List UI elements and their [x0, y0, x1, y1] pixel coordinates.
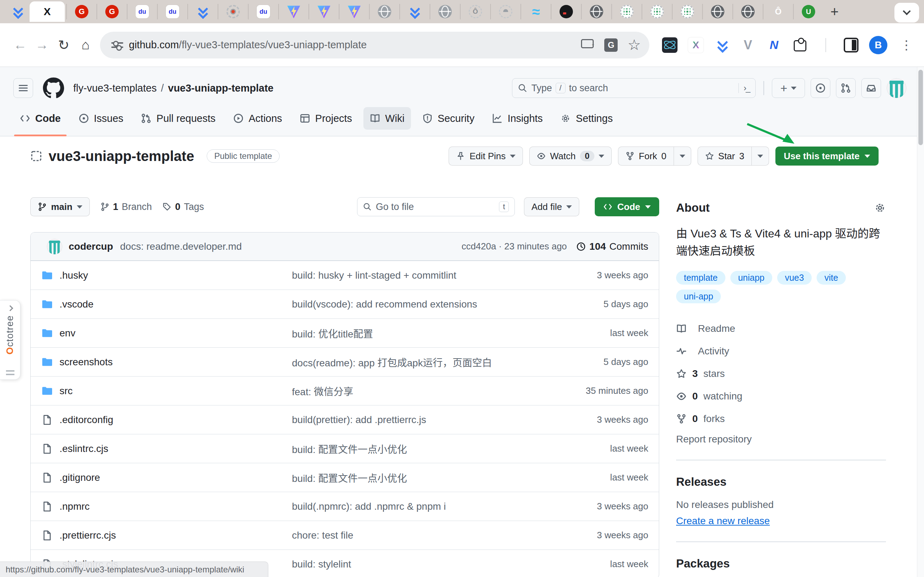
- create-new-button[interactable]: +: [772, 78, 805, 98]
- new-tab-button[interactable]: +: [823, 0, 846, 23]
- browser-tab[interactable]: [127, 4, 157, 19]
- octotree-menu-icon[interactable]: [6, 370, 14, 375]
- tab-insights[interactable]: Insights: [486, 107, 549, 130]
- file-name-link[interactable]: .gitignore: [60, 472, 100, 483]
- browser-tab[interactable]: [97, 4, 127, 19]
- browser-tab[interactable]: [187, 4, 217, 19]
- scrollbar-thumb[interactable]: [918, 70, 923, 145]
- file-name-link[interactable]: env: [60, 327, 76, 339]
- address-bar[interactable]: github.com/fly-vue3-templates/vue3-uniap…: [100, 32, 649, 58]
- table-row[interactable]: screenshots docs(readme): app 打包成apk运行，页…: [31, 347, 659, 376]
- browser-profile-avatar[interactable]: B: [869, 36, 887, 54]
- row-commit-message[interactable]: build: 优化title配置: [292, 326, 560, 340]
- table-row[interactable]: env build: 优化title配置 last week: [31, 318, 659, 347]
- browser-tab[interactable]: [309, 4, 339, 19]
- user-avatar[interactable]: [887, 78, 906, 98]
- topic-tag[interactable]: vue3: [777, 271, 812, 285]
- breadcrumb-org-link[interactable]: fly-vue3-templates: [73, 82, 157, 94]
- browser-tab[interactable]: [157, 4, 187, 19]
- commit-history-link[interactable]: 104 Commits: [576, 241, 648, 252]
- browser-tab[interactable]: [642, 4, 672, 19]
- tab-security[interactable]: Security: [416, 107, 481, 130]
- code-button[interactable]: Code: [595, 197, 659, 216]
- vue-devtools-icon[interactable]: [740, 37, 756, 53]
- browser-menu-icon[interactable]: ⋮: [900, 38, 913, 53]
- file-name-link[interactable]: src: [60, 385, 72, 396]
- forward-button[interactable]: →: [31, 34, 53, 56]
- commit-author-link[interactable]: codercup: [69, 241, 113, 252]
- active-tab[interactable]: [30, 2, 65, 22]
- tab-code[interactable]: Code: [13, 107, 67, 130]
- site-settings-icon[interactable]: [111, 39, 123, 51]
- install-app-icon[interactable]: [580, 39, 594, 51]
- tab-settings[interactable]: Settings: [554, 107, 619, 130]
- browser-tab[interactable]: [278, 4, 309, 19]
- row-commit-message[interactable]: build: 配置文件一点小优化: [292, 442, 560, 456]
- react-devtools-icon[interactable]: [662, 37, 678, 53]
- browser-tab[interactable]: [581, 4, 611, 19]
- star-button[interactable]: Star 3: [698, 147, 752, 165]
- browser-tab[interactable]: [490, 4, 520, 19]
- github-logo-icon[interactable]: [43, 77, 64, 98]
- octotree-panel[interactable]: Octotree: [0, 300, 21, 380]
- browser-tab[interactable]: [611, 4, 642, 19]
- browser-tab[interactable]: [763, 4, 793, 19]
- breadcrumb-repo-link[interactable]: vue3-uniapp-template: [168, 82, 274, 94]
- juejin-extension-icon[interactable]: [714, 37, 729, 53]
- side-panel-icon[interactable]: [844, 38, 858, 53]
- star-dropdown[interactable]: [752, 147, 769, 165]
- url-text[interactable]: github.com/fly-vue3-templates/vue3-uniap…: [129, 39, 575, 51]
- commit-message-link[interactable]: docs: readme.developer.md: [120, 241, 242, 252]
- topic-tag[interactable]: uniapp: [730, 271, 772, 285]
- row-commit-message[interactable]: chore: test file: [292, 530, 560, 541]
- table-row[interactable]: .eslintrc.cjs build: 配置文件一点小优化 last week: [31, 434, 659, 463]
- topic-tag[interactable]: vite: [816, 271, 846, 285]
- n-extension-icon[interactable]: [766, 37, 782, 53]
- row-commit-message[interactable]: docs(readme): app 打包成apk运行，页面空白: [292, 355, 560, 369]
- file-name-link[interactable]: screenshots: [60, 356, 113, 368]
- pinned-tab[interactable]: [6, 0, 30, 23]
- row-commit-message[interactable]: feat: 微信分享: [292, 384, 560, 398]
- pull-requests-header-button[interactable]: [836, 78, 856, 98]
- table-row[interactable]: .gitignore build: 配置文件一点小优化 last week: [31, 463, 659, 492]
- browser-tab[interactable]: [551, 4, 581, 19]
- tab-wiki[interactable]: Wiki: [364, 107, 411, 130]
- tab-issues[interactable]: Issues: [72, 107, 130, 130]
- page-scrollbar[interactable]: [917, 67, 924, 577]
- table-row[interactable]: .editorconfig build(prettier): add .pret…: [31, 405, 659, 434]
- commit-author-avatar[interactable]: [47, 239, 62, 254]
- home-button[interactable]: ⌂: [75, 34, 97, 56]
- browser-tab[interactable]: [217, 4, 248, 19]
- global-search-input[interactable]: Type / to search ›_: [512, 78, 756, 98]
- table-row[interactable]: src feat: 微信分享 35 minutes ago: [31, 376, 659, 405]
- row-commit-message[interactable]: build(.npmrc): add .npmrc & pnpm i: [292, 501, 560, 512]
- row-commit-message[interactable]: build: 配置文件一点小优化: [292, 471, 560, 485]
- file-name-link[interactable]: .vscode: [60, 299, 94, 310]
- file-name-link[interactable]: .prettierrc.cjs: [60, 530, 116, 541]
- gear-icon[interactable]: [874, 202, 886, 214]
- go-to-file-input[interactable]: Go to file t: [357, 197, 515, 216]
- edit-pins-button[interactable]: Edit Pins: [449, 147, 523, 166]
- table-row[interactable]: .husky build: husky + lint-staged + comm…: [31, 261, 659, 290]
- extensions-puzzle-icon[interactable]: [792, 37, 808, 53]
- file-name-link[interactable]: .editorconfig: [60, 414, 113, 425]
- create-release-link[interactable]: Create a new release: [676, 515, 770, 527]
- file-name-link[interactable]: .eslintrc.cjs: [60, 443, 108, 455]
- watching-link[interactable]: 0watching: [676, 387, 886, 406]
- file-name-link[interactable]: .npmrc: [60, 501, 90, 512]
- readme-link[interactable]: Readme: [676, 319, 886, 338]
- forks-link[interactable]: 0forks: [676, 409, 886, 429]
- browser-tab[interactable]: [702, 4, 732, 19]
- translate-icon[interactable]: G: [604, 39, 618, 52]
- fork-button[interactable]: Fork 0: [618, 147, 673, 165]
- report-repository-link[interactable]: Report repository: [676, 434, 886, 445]
- topic-tag[interactable]: template: [676, 271, 725, 285]
- browser-tab[interactable]: [66, 4, 97, 19]
- bookmark-star-icon[interactable]: ☆: [628, 39, 641, 52]
- reload-button[interactable]: ↻: [53, 34, 75, 56]
- tab-projects[interactable]: Projects: [293, 107, 359, 130]
- browser-tab[interactable]: [520, 4, 551, 19]
- hamburger-menu-button[interactable]: [13, 78, 33, 98]
- row-commit-message[interactable]: build(prettier): add .prettierrc.js: [292, 414, 560, 425]
- tab-pull-requests[interactable]: Pull requests: [135, 107, 222, 130]
